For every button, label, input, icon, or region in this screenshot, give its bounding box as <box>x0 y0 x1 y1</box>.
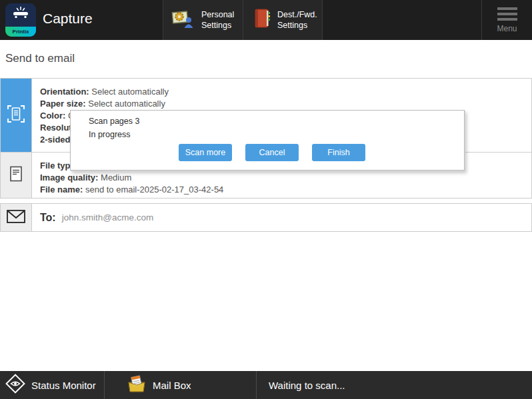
cancel-button[interactable]: Cancel <box>245 144 299 161</box>
finish-button[interactable]: Finish <box>312 144 365 161</box>
printix-logo-label: Printix <box>5 27 36 37</box>
top-bar: Printix Capture Personal Settings <box>0 0 532 40</box>
personal-settings-icon <box>171 8 195 32</box>
scan-icon-cell <box>1 79 32 152</box>
scanner-status-text: Waiting to scan... <box>257 371 345 399</box>
printix-logo: Printix <box>5 3 36 37</box>
setting-line: Paper size: Select automatically <box>40 98 531 110</box>
hamburger-icon <box>497 7 517 21</box>
setting-line: File name: send to email-2025-02-17_03-4… <box>40 184 531 196</box>
scan-progress-dialog: Scan pages 3 In progress Scan more Cance… <box>70 110 465 171</box>
email-icon-cell <box>1 204 32 231</box>
status-monitor-button[interactable]: Status Monitor <box>0 371 105 399</box>
file-document-icon <box>9 166 23 185</box>
to-label: To: <box>40 212 56 224</box>
page-title: Send to email <box>5 52 75 65</box>
envelope-icon <box>7 210 25 226</box>
mail-box-label: Mail Box <box>153 380 191 391</box>
personal-settings-button[interactable]: Personal Settings <box>163 0 243 40</box>
mail-box-icon <box>127 374 147 396</box>
menu-label: Menu <box>482 24 532 33</box>
address-book-icon <box>251 8 271 32</box>
menu-button[interactable]: Menu <box>481 0 532 40</box>
scan-more-button[interactable]: Scan more <box>179 144 232 161</box>
scan-document-icon <box>7 105 25 126</box>
device-screen: Printix Capture Personal Settings <box>0 0 532 399</box>
app-title: Capture <box>43 11 93 27</box>
recipient-row[interactable]: To: john.smith@acme.com <box>0 203 532 232</box>
recipient-content: To: john.smith@acme.com <box>32 204 531 231</box>
dest-fwd-settings-button[interactable]: Dest./Fwd. Settings <box>243 0 323 40</box>
status-monitor-label: Status Monitor <box>31 380 96 391</box>
scan-status-text: In progress <box>89 130 131 139</box>
scan-pages-text: Scan pages 3 <box>89 117 139 126</box>
recipient-email: john.smith@acme.com <box>62 212 154 222</box>
status-bar: Status Monitor Mail Box Waiting to scan.… <box>0 371 532 399</box>
printix-scanner-icon <box>11 6 31 26</box>
dest-fwd-settings-label: Dest./Fwd. Settings <box>277 9 317 31</box>
mail-box-button[interactable]: Mail Box <box>105 371 257 399</box>
file-icon-cell <box>1 153 32 198</box>
status-monitor-icon <box>5 374 25 396</box>
setting-line: Image quality: Medium <box>40 172 531 184</box>
setting-line: Orientation: Select automatically <box>40 86 531 98</box>
personal-settings-label: Personal Settings <box>201 9 234 31</box>
